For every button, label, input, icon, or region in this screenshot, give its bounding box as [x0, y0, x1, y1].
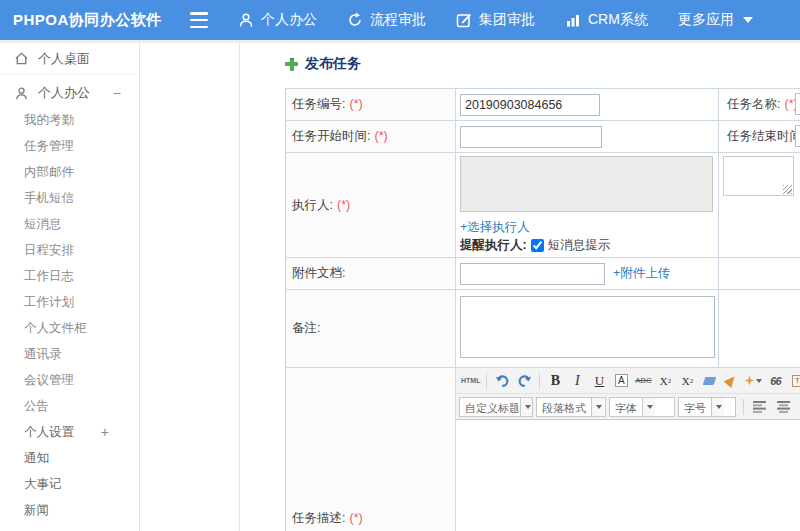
top-nav: 个人办公 流程审批 集团审批 CRM系统 更多应用: [238, 0, 753, 40]
attachment-input[interactable]: [460, 263, 605, 285]
executor-textarea[interactable]: [460, 156, 713, 212]
caret-down-icon: [716, 405, 722, 409]
subscript-button[interactable]: X2: [677, 371, 697, 391]
autotypeset-button[interactable]: [743, 371, 763, 391]
rich-text-editor: HTML B I U A ABC X2 X2: [456, 368, 800, 531]
caret-down-icon: [743, 17, 753, 23]
sidebar-item-internal-mail[interactable]: 内部邮件: [0, 159, 139, 185]
process-icon: [347, 12, 363, 28]
eraser-button[interactable]: [699, 371, 719, 391]
task-name-input[interactable]: [795, 93, 800, 115]
align-center-button[interactable]: [774, 397, 794, 417]
collapse-toggle[interactable]: −: [113, 85, 121, 101]
superscript-button[interactable]: X2: [655, 371, 675, 391]
paste-button[interactable]: T: [787, 371, 800, 391]
font-size-dropdown[interactable]: 字号: [678, 397, 736, 417]
sms-remind-checkbox[interactable]: [531, 239, 544, 252]
brush-icon: [724, 373, 739, 388]
remark-row: 备注:: [286, 290, 800, 368]
nav-crm-system[interactable]: CRM系统: [565, 11, 648, 29]
task-description-editor[interactable]: [456, 419, 800, 531]
app-logo[interactable]: PHPOA协同办公软件: [0, 11, 160, 30]
sidebar-item-short-message[interactable]: 短消息: [0, 211, 139, 237]
clipboard-icon: T: [792, 375, 800, 387]
app-window: PHPOA协同办公软件 个人办公 流程审批 集团审批 CRM系统 更多应用: [0, 0, 800, 531]
strikethrough-button[interactable]: ABC: [633, 371, 653, 391]
sidebar-item-personal-office[interactable]: 个人办公 −: [0, 79, 139, 107]
eraser-icon: [703, 377, 717, 385]
sidebar-item-meeting-management[interactable]: 会议管理: [0, 367, 139, 393]
redo-button[interactable]: [514, 371, 534, 391]
caret-down-icon: [525, 405, 531, 409]
task-description-label: 任务描述:(*): [286, 368, 456, 531]
font-style-button[interactable]: A: [611, 371, 631, 391]
remind-executor-label: 提醒执行人:: [460, 237, 527, 254]
expand-toggle[interactable]: +: [101, 419, 109, 445]
align-left-button[interactable]: [750, 397, 770, 417]
nav-workflow-approval[interactable]: 流程审批: [347, 11, 426, 29]
remark-textarea[interactable]: [460, 296, 715, 358]
sidebar-item-announcement[interactable]: 公告: [0, 393, 139, 419]
paragraph-format-dropdown[interactable]: 段落格式: [536, 397, 606, 417]
bar-chart-icon: [565, 12, 581, 28]
sidebar: 个人桌面 个人办公 − 我的考勤 任务管理 内部邮件 手机短信 短消息 日程安排…: [0, 43, 140, 531]
nav-group-approval[interactable]: 集团审批: [456, 11, 535, 29]
top-header: PHPOA协同办公软件 个人办公 流程审批 集团审批 CRM系统 更多应用: [0, 0, 800, 40]
home-icon: [14, 51, 29, 66]
nav-more-apps[interactable]: 更多应用: [678, 11, 753, 29]
nav-personal-office[interactable]: 个人办公: [238, 11, 317, 29]
page-title: 发布任务: [285, 55, 361, 73]
attachment-upload-link[interactable]: +附件上传: [613, 265, 670, 282]
select-executor-link[interactable]: +选择执行人: [460, 220, 530, 234]
task-number-row: 任务编号:(*) 任务名称:(*): [286, 89, 800, 121]
edit-icon: [456, 12, 472, 28]
task-number-input[interactable]: [460, 94, 600, 116]
undo-button[interactable]: [492, 371, 512, 391]
executor-label: 执行人:(*): [286, 153, 456, 258]
sidebar-item-personal-settings[interactable]: 个人设置 +: [0, 419, 139, 445]
cc-textarea[interactable]: [723, 156, 794, 196]
sidebar-item-schedule[interactable]: 日程安排: [0, 237, 139, 263]
task-name-label: 任务名称:(*): [719, 89, 800, 121]
main-content: 发布任务 任务编号:(*) 任务名称:(*) 任务开始时间:(*) 任务结束时间…: [240, 43, 800, 531]
task-number-label: 任务编号:(*): [286, 89, 456, 121]
underline-button[interactable]: U: [589, 371, 609, 391]
caret-down-icon: [647, 405, 653, 409]
italic-button[interactable]: I: [567, 371, 587, 391]
attachment-label: 附件文档:: [286, 258, 456, 290]
custom-heading-dropdown[interactable]: 自定义标题: [459, 397, 533, 417]
sidebar-item-file-cabinet[interactable]: 个人文件柜: [0, 315, 139, 341]
toolbar-separator: [743, 399, 744, 415]
remark-label: 备注:: [286, 290, 456, 368]
sidebar-item-mobile-sms[interactable]: 手机短信: [0, 185, 139, 211]
attachment-row: 附件文档: +附件上传: [286, 258, 800, 290]
menu-toggle-icon[interactable]: [190, 12, 210, 28]
add-task-icon: [285, 58, 298, 71]
sidebar-item-news[interactable]: 新闻: [0, 497, 139, 523]
bold-button[interactable]: B: [545, 371, 565, 391]
magic-wand-icon: [744, 376, 754, 386]
start-time-input[interactable]: [460, 126, 602, 148]
description-row: 任务描述:(*) HTML B I U A A: [286, 368, 800, 531]
toolbar-separator: [486, 373, 487, 389]
end-time-label: 任务结束时间:(*): [719, 121, 800, 153]
sidebar-item-attendance[interactable]: 我的考勤: [0, 107, 139, 133]
source-code-button[interactable]: HTML: [460, 371, 481, 391]
sidebar-item-task-management[interactable]: 任务管理: [0, 133, 139, 159]
blockquote-button[interactable]: 66: [765, 371, 785, 391]
sidebar-item-contacts[interactable]: 通讯录: [0, 341, 139, 367]
executor-row: 执行人:(*) +选择执行人 提醒执行人: 短消息提示: [286, 153, 800, 258]
end-time-input[interactable]: [795, 125, 800, 147]
secondary-panel: [140, 43, 240, 531]
sidebar-item-desktop[interactable]: 个人桌面: [0, 43, 139, 75]
sidebar-item-notice[interactable]: 通知: [0, 445, 139, 471]
editor-toolbar-row2: 自定义标题 段落格式 字体 字号: [456, 394, 800, 419]
sms-remind-label: 短消息提示: [548, 237, 611, 254]
sidebar-item-work-plan[interactable]: 工作计划: [0, 289, 139, 315]
sidebar-item-work-log[interactable]: 工作日志: [0, 263, 139, 289]
format-brush-button[interactable]: [721, 371, 741, 391]
caret-down-icon: [596, 405, 602, 409]
sidebar-item-milestones[interactable]: 大事记: [0, 471, 139, 497]
user-icon: [14, 86, 29, 101]
font-family-dropdown[interactable]: 字体: [609, 397, 675, 417]
